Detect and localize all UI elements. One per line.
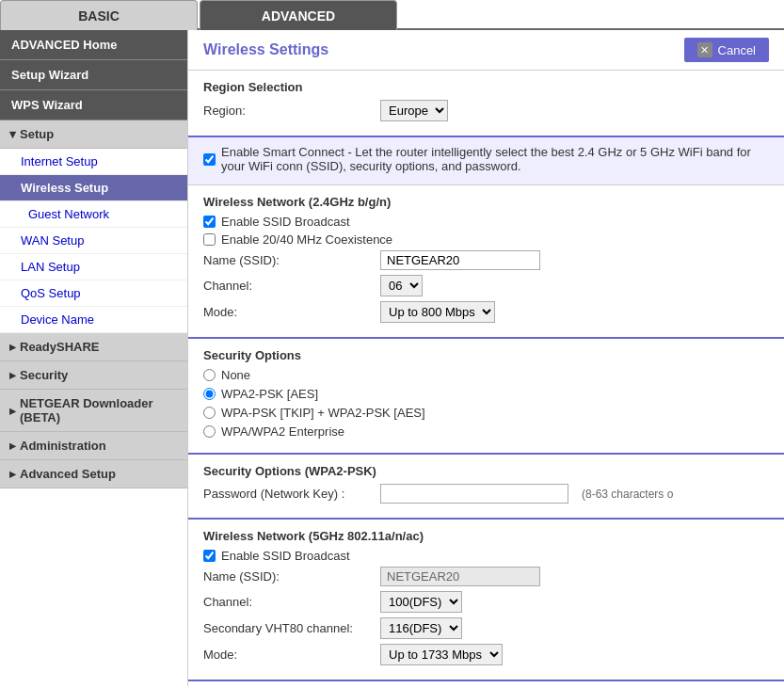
- tab-advanced[interactable]: ADVANCED: [200, 0, 397, 30]
- mode-row: Mode: Up to 800 Mbps: [203, 301, 769, 323]
- ssid-broadcast-5ghz-checkbox[interactable]: [203, 550, 216, 562]
- ssid-broadcast-row: Enable SSID Broadcast: [203, 215, 769, 229]
- chevron-right-icon: ▸: [9, 368, 16, 382]
- chevron-down-icon: ▾: [9, 127, 16, 141]
- sidebar-item-internet-setup[interactable]: Internet Setup: [0, 149, 187, 175]
- sidebar-section-readyshare[interactable]: ▸ ReadySHARE: [0, 333, 187, 361]
- security-wpa2psk-radio[interactable]: [203, 388, 216, 400]
- smart-connect-row: Enable Smart Connect - Let the router in…: [203, 145, 769, 173]
- tab-basic[interactable]: BASIC: [0, 0, 198, 30]
- security-wpapsk-label: WPA-PSK [TKIP] + WPA2-PSK [AES]: [221, 406, 425, 420]
- security-none-row: None: [203, 368, 769, 382]
- password-row: Password (Network Key) : (8-63 character…: [203, 484, 769, 504]
- coexistence-checkbox[interactable]: [203, 233, 216, 246]
- chevron-right-icon: ▸: [9, 404, 16, 418]
- page-title: Wireless Settings: [203, 41, 328, 58]
- mode-select[interactable]: Up to 800 Mbps: [380, 301, 495, 323]
- mode-5ghz-label: Mode:: [203, 648, 373, 662]
- sidebar-section-administration[interactable]: ▸ Administration: [0, 432, 187, 460]
- channel-5ghz-row: Channel: 100(DFS): [203, 591, 769, 613]
- secondary-channel-select[interactable]: 116(DFS): [380, 617, 462, 639]
- security-wpapsk-radio[interactable]: [203, 407, 216, 419]
- sidebar-section-setup[interactable]: ▾ Setup: [0, 120, 187, 149]
- security-options-heading: Security Options: [203, 348, 769, 362]
- ssid-name-row: Name (SSID):: [203, 250, 769, 270]
- region-select[interactable]: Europe: [380, 100, 448, 121]
- password-hint: (8-63 characters o: [582, 488, 673, 501]
- sidebar-section-netgear[interactable]: ▸ NETGEAR Downloader (BETA): [0, 390, 187, 432]
- smart-connect-checkbox[interactable]: [203, 153, 216, 166]
- ssid-broadcast-5ghz-row: Enable SSID Broadcast: [203, 549, 769, 563]
- ssid-name-input[interactable]: [380, 250, 540, 270]
- secondary-channel-row: Secondary VHT80 channel: 116(DFS): [203, 617, 769, 639]
- sidebar-section-advanced-setup[interactable]: ▸ Advanced Setup: [0, 460, 187, 488]
- channel-label: Channel:: [203, 279, 373, 293]
- region-section: Region Selection Region: Europe: [188, 71, 784, 137]
- ssid-broadcast-5ghz-label: Enable SSID Broadcast: [221, 549, 350, 563]
- channel-row: Channel: 06: [203, 275, 769, 296]
- secondary-channel-label: Secondary VHT80 channel:: [203, 621, 373, 635]
- password-input[interactable]: [380, 484, 568, 504]
- security-wpapsk-row: WPA-PSK [TKIP] + WPA2-PSK [AES]: [203, 406, 769, 420]
- security-wpa2psk-label: WPA2-PSK [AES]: [221, 387, 318, 401]
- cancel-button[interactable]: ✕ Cancel: [684, 38, 769, 62]
- wireless-24-section: Wireless Network (2.4GHz b/g/n) Enable S…: [188, 185, 784, 339]
- smart-connect-section: Enable Smart Connect - Let the router in…: [188, 137, 784, 185]
- security-enterprise-radio[interactable]: [203, 425, 216, 438]
- sidebar-item-device-name[interactable]: Device Name: [0, 307, 187, 333]
- close-icon: ✕: [697, 42, 712, 57]
- ssid-name-5ghz-label: Name (SSID):: [203, 569, 373, 584]
- security-none-radio[interactable]: [203, 369, 216, 381]
- coexistence-row: Enable 20/40 MHz Coexistence: [203, 232, 769, 247]
- ssid-broadcast-label: Enable SSID Broadcast: [221, 215, 350, 229]
- security-enterprise-label: WPA/WPA2 Enterprise: [221, 424, 344, 439]
- wireless-5ghz-section: Wireless Network (5GHz 802.11a/n/ac) Ena…: [188, 520, 784, 681]
- ssid-name-label: Name (SSID):: [203, 253, 373, 267]
- region-row: Region: Europe: [203, 100, 769, 121]
- security-options-5ghz-section: Security Options: [188, 681, 784, 686]
- security-enterprise-row: WPA/WPA2 Enterprise: [203, 424, 769, 439]
- wireless-5ghz-heading: Wireless Network (5GHz 802.11a/n/ac): [203, 529, 769, 543]
- sidebar-item-guest-network[interactable]: Guest Network: [0, 201, 187, 228]
- sidebar-item-advanced-home[interactable]: ADVANCED Home: [0, 30, 187, 60]
- mode-5ghz-row: Mode: Up to 1733 Mbps: [203, 644, 769, 665]
- chevron-right-icon: ▸: [9, 467, 16, 481]
- ssid-name-5ghz-input[interactable]: [380, 567, 540, 586]
- smart-connect-label: Enable Smart Connect - Let the router in…: [221, 145, 769, 173]
- sidebar-item-setup-wizard[interactable]: Setup Wizard: [0, 60, 187, 90]
- security-none-label: None: [221, 368, 250, 382]
- sidebar: ADVANCED Home Setup Wizard WPS Wizard ▾ …: [0, 30, 188, 686]
- security-wpa2-heading: Security Options (WPA2-PSK): [203, 464, 769, 478]
- channel-5ghz-label: Channel:: [203, 595, 373, 609]
- sidebar-item-wan-setup[interactable]: WAN Setup: [0, 228, 187, 254]
- sidebar-item-wps-wizard[interactable]: WPS Wizard: [0, 90, 187, 120]
- main-layout: ADVANCED Home Setup Wizard WPS Wizard ▾ …: [0, 30, 784, 686]
- region-label: Region:: [203, 104, 373, 118]
- sidebar-item-lan-setup[interactable]: LAN Setup: [0, 254, 187, 280]
- channel-select[interactable]: 06: [380, 275, 423, 296]
- content-header: Wireless Settings ✕ Cancel: [188, 30, 784, 71]
- channel-5ghz-select[interactable]: 100(DFS): [380, 591, 462, 613]
- tab-bar: BASIC ADVANCED: [0, 0, 784, 30]
- content-area: Wireless Settings ✕ Cancel Region Select…: [188, 30, 784, 686]
- security-options-section: Security Options None WPA2-PSK [AES] WPA…: [188, 339, 784, 455]
- chevron-right-icon: ▸: [9, 340, 16, 354]
- mode-label: Mode:: [203, 305, 373, 319]
- ssid-broadcast-checkbox[interactable]: [203, 216, 216, 228]
- ssid-name-5ghz-row: Name (SSID):: [203, 567, 769, 586]
- chevron-right-icon: ▸: [9, 439, 16, 453]
- coexistence-label: Enable 20/40 MHz Coexistence: [221, 232, 392, 247]
- region-heading: Region Selection: [203, 80, 769, 94]
- security-wpa2-section: Security Options (WPA2-PSK) Password (Ne…: [188, 455, 784, 520]
- mode-5ghz-select[interactable]: Up to 1733 Mbps: [380, 644, 503, 665]
- sidebar-section-security[interactable]: ▸ Security: [0, 361, 187, 390]
- password-label: Password (Network Key) :: [203, 487, 373, 501]
- wireless-24-heading: Wireless Network (2.4GHz b/g/n): [203, 195, 769, 209]
- sidebar-item-wireless-setup[interactable]: Wireless Setup: [0, 175, 187, 201]
- sidebar-item-qos-setup[interactable]: QoS Setup: [0, 280, 187, 307]
- security-wpa2psk-row: WPA2-PSK [AES]: [203, 387, 769, 401]
